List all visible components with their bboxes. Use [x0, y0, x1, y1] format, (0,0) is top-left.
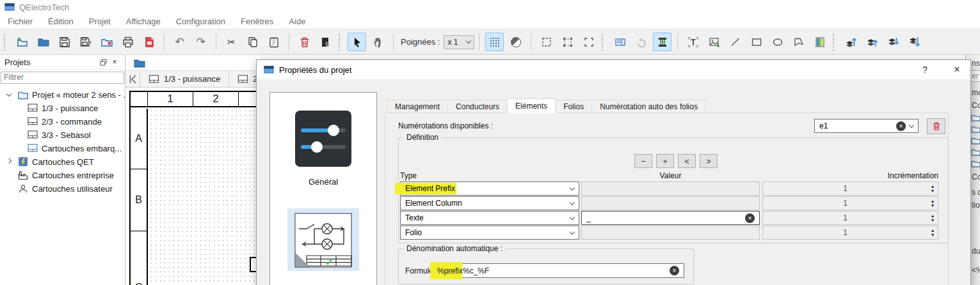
- tree-item-company-titleblocks[interactable]: Cartouches entreprise: [0, 169, 125, 182]
- toolbar-grip[interactable]: [339, 34, 342, 50]
- open-project-button[interactable]: [34, 33, 52, 51]
- section-item-general[interactable]: Général: [270, 109, 376, 187]
- lower-button[interactable]: [884, 33, 903, 51]
- save-button[interactable]: [55, 33, 74, 51]
- add-row-button[interactable]: +: [656, 154, 674, 168]
- expander-closed-icon[interactable]: [4, 161, 14, 163]
- copy-button[interactable]: [243, 33, 262, 51]
- dialog-titlebar[interactable]: Propriétés du projet ? ×: [257, 60, 970, 79]
- tab-numerotation-auto[interactable]: Numérotation auto des folios: [592, 100, 706, 113]
- add-polygon-button[interactable]: [789, 33, 808, 51]
- tab-management[interactable]: Management: [387, 100, 448, 113]
- bring-to-front-button[interactable]: [842, 33, 860, 51]
- pan-tool-button[interactable]: [369, 33, 387, 51]
- redo-button[interactable]: ↷: [191, 33, 210, 51]
- tree-item-project[interactable]: Projet « moteur 2 sens - ...: [0, 88, 125, 102]
- filter-input[interactable]: [1, 72, 124, 84]
- menu-fenetres[interactable]: Fenêtres: [233, 17, 281, 26]
- value-field-row-3[interactable]: _ ×: [581, 211, 760, 225]
- add-line-button[interactable]: [726, 33, 744, 51]
- add-rectangle-button[interactable]: [747, 33, 766, 51]
- move-right-button[interactable]: >: [700, 154, 718, 168]
- section-item-folio-settings[interactable]: [270, 208, 376, 271]
- poignees-select[interactable]: x 1: [444, 35, 474, 49]
- menu-configuration[interactable]: Configuration: [168, 17, 233, 26]
- titleblock-editor-button[interactable]: [611, 33, 629, 51]
- new-project-button[interactable]: [13, 33, 31, 51]
- cut-button[interactable]: ✂: [222, 33, 241, 51]
- increment-spinbox-row-3[interactable]: 1 ▴▾: [762, 211, 938, 225]
- undo-icon: ↶: [175, 36, 184, 47]
- menu-fichier[interactable]: Fichier: [0, 17, 40, 26]
- add-text-button[interactable]: [684, 33, 702, 51]
- tab-elements[interactable]: Eléments: [507, 98, 556, 113]
- print-button[interactable]: [118, 33, 137, 51]
- dialog-help-button[interactable]: ?: [912, 60, 938, 79]
- float-panel-button[interactable]: [97, 57, 109, 67]
- menu-affichage[interactable]: Affichage: [118, 17, 168, 26]
- paste-special-button[interactable]: [316, 33, 335, 51]
- tree-item-folio-3[interactable]: 3/3 - Sebasol: [0, 128, 125, 142]
- type-select-row-4[interactable]: Folio: [400, 226, 579, 240]
- tab-conducteurs[interactable]: Conducteurs: [448, 100, 508, 113]
- tree-item-embedded-titleblocks[interactable]: Cartouches embarq...: [0, 142, 125, 155]
- toolbar-grip[interactable]: [833, 34, 837, 50]
- toolbar-grip[interactable]: [4, 34, 8, 50]
- increment-spinbox-row-2[interactable]: 1 ▴▾: [762, 196, 938, 210]
- remove-row-button[interactable]: −: [634, 154, 652, 168]
- add-image-button[interactable]: [705, 33, 723, 51]
- type-select-row-1[interactable]: Element Prefix: [400, 181, 579, 196]
- send-to-back-button[interactable]: [905, 33, 924, 51]
- dialog-close-button[interactable]: ×: [944, 60, 970, 79]
- type-select-row-2[interactable]: Element Column: [400, 196, 579, 210]
- close-panel-button[interactable]: ×: [109, 57, 120, 67]
- type-select-row-3[interactable]: Texte: [400, 211, 579, 225]
- spin-down-icon[interactable]: ▾: [931, 218, 934, 222]
- move-left-button[interactable]: <: [678, 154, 696, 168]
- pdf-export-button[interactable]: [140, 33, 158, 51]
- delete-button[interactable]: [295, 33, 314, 51]
- add-terminal-strip-button[interactable]: [810, 33, 829, 51]
- clear-icon[interactable]: ×: [745, 213, 755, 223]
- tab-folios[interactable]: Folios: [556, 100, 592, 113]
- selection-handles-button[interactable]: [558, 33, 577, 51]
- project-folder-icon[interactable]: [134, 58, 145, 68]
- numbering-select[interactable]: e1 ×: [814, 119, 919, 133]
- add-ellipse-button[interactable]: [768, 33, 787, 51]
- rotate-button[interactable]: [632, 33, 650, 51]
- tree-item-qet-titleblocks[interactable]: Cartouches QET: [0, 155, 125, 169]
- bring-to-front-icon: [844, 36, 858, 49]
- spin-down-icon[interactable]: ▾: [931, 189, 934, 193]
- delete-numbering-button[interactable]: [927, 118, 945, 134]
- select-tool-button[interactable]: [348, 33, 366, 51]
- menu-projet[interactable]: Projet: [81, 17, 118, 26]
- grid-toggle-button[interactable]: [485, 33, 504, 51]
- menu-aide[interactable]: Aide: [281, 17, 313, 26]
- lower-icon: [887, 36, 901, 49]
- undo-button[interactable]: ↶: [170, 33, 189, 51]
- save-as-button[interactable]: [76, 33, 95, 51]
- increment-spinbox-row-1[interactable]: 1 ▴▾: [762, 181, 938, 196]
- raise-button[interactable]: [863, 33, 881, 51]
- menu-edition[interactable]: Édition: [40, 17, 81, 26]
- tree-item-folio-2[interactable]: 2/3 - commande: [0, 115, 125, 128]
- toolbar-grip[interactable]: [602, 34, 606, 50]
- open-folder-icon: [37, 36, 50, 49]
- formula-input[interactable]: %prefix %c_%F ×: [432, 263, 684, 278]
- tree-item-user-titleblocks[interactable]: Cartouches utilisateur: [0, 182, 125, 196]
- selection-mode-button[interactable]: [537, 33, 556, 51]
- clear-icon[interactable]: ×: [896, 121, 906, 131]
- folio-tab-1[interactable]: 1/3 - puissance: [140, 71, 229, 87]
- paste-button[interactable]: [264, 33, 283, 51]
- spin-down-icon[interactable]: ▾: [931, 203, 934, 208]
- first-folio-button[interactable]: [125, 71, 140, 87]
- selection-frame-button[interactable]: [579, 33, 598, 51]
- expander-open-icon[interactable]: [4, 94, 14, 96]
- clear-icon[interactable]: ×: [670, 266, 679, 275]
- tree-item-folio-1[interactable]: 1/3 - puissance: [0, 102, 125, 115]
- terminal-strip-button[interactable]: [653, 33, 671, 51]
- spin-down-icon[interactable]: ▾: [931, 233, 934, 237]
- increment-spinbox-row-4[interactable]: 1 ▴▾: [762, 226, 938, 240]
- close-project-button[interactable]: [97, 33, 116, 51]
- background-color-button[interactable]: [506, 33, 525, 51]
